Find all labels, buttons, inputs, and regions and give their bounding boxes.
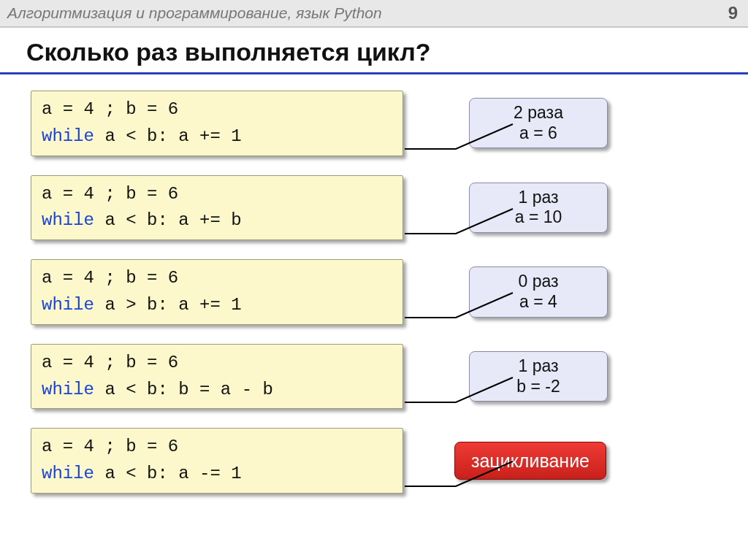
answer-state: a = 10 [483,207,594,228]
code-text: b = 6 [126,99,178,119]
code-keyword: while [42,464,94,483]
code-text: ; [94,268,126,288]
answer-count: 1 раз [483,188,594,208]
code-text: a < b: a += b [94,210,242,230]
example-row: a = 4 ; b = 6 while a < b: b = a - b 1 р… [31,344,733,410]
code-block: a = 4 ; b = 6 while a < b: a += b [31,175,403,241]
answer-box: 1 раз b = -2 [469,351,608,402]
answer-count: 2 раза [483,103,594,123]
code-text: a < b: b = a - b [94,380,273,399]
content-area: a = 4 ; b = 6 while a < b: a += 1 2 раза… [0,91,748,494]
code-text: a = 4 [42,99,94,119]
answer-warning-text: зацикливание [471,450,589,472]
answer-state: b = -2 [483,377,594,397]
code-text: a = 4 [42,268,94,288]
example-row: a = 4 ; b = 6 while a < b: a -= 1 зацикл… [31,428,733,494]
code-block: a = 4 ; b = 6 while a > b: a += 1 [31,259,403,325]
code-text: a < b: a -= 1 [94,464,242,483]
breadcrumb: Алгоритмизация и программирование, язык … [7,4,382,22]
code-keyword: while [42,210,94,230]
answer-box-warning: зацикливание [454,442,606,480]
code-text: ; [94,437,126,456]
code-text: b = 6 [126,268,178,288]
code-block: a = 4 ; b = 6 while a < b: a += 1 [31,91,403,156]
page-number: 9 [728,3,738,23]
code-keyword: while [42,295,94,315]
code-text: b = 6 [126,437,178,456]
code-block: a = 4 ; b = 6 while a < b: a -= 1 [31,428,403,494]
slide: Алгоритмизация и программирование, язык … [0,0,748,560]
code-text: a > b: a += 1 [94,295,242,315]
answer-state: a = 6 [483,123,594,144]
answer-count: 0 раз [483,272,594,292]
code-keyword: while [42,380,94,399]
example-row: a = 4 ; b = 6 while a > b: a += 1 0 раз … [31,259,733,325]
code-text: ; [94,184,126,204]
answer-box: 0 раз a = 4 [469,266,608,317]
code-text: a = 4 [42,353,94,372]
answer-state: a = 4 [483,292,594,312]
code-text: b = 6 [126,353,178,372]
answer-box: 1 раз a = 10 [469,183,608,233]
example-row: a = 4 ; b = 6 while a < b: a += b 1 раз … [31,175,733,241]
code-text: a = 4 [42,437,94,456]
code-text: a < b: a += 1 [94,126,242,146]
code-text: ; [94,99,126,119]
answer-count: 1 раз [483,356,594,377]
code-text: ; [94,353,126,372]
page-title: Сколько раз выполняется цикл? [0,28,748,74]
answer-box: 2 раза a = 6 [469,98,608,148]
code-text: a = 4 [42,184,94,204]
topbar: Алгоритмизация и программирование, язык … [0,0,748,28]
code-keyword: while [42,126,94,146]
example-row: a = 4 ; b = 6 while a < b: a += 1 2 раза… [31,91,733,156]
code-block: a = 4 ; b = 6 while a < b: b = a - b [31,344,403,410]
code-text: b = 6 [126,184,178,204]
